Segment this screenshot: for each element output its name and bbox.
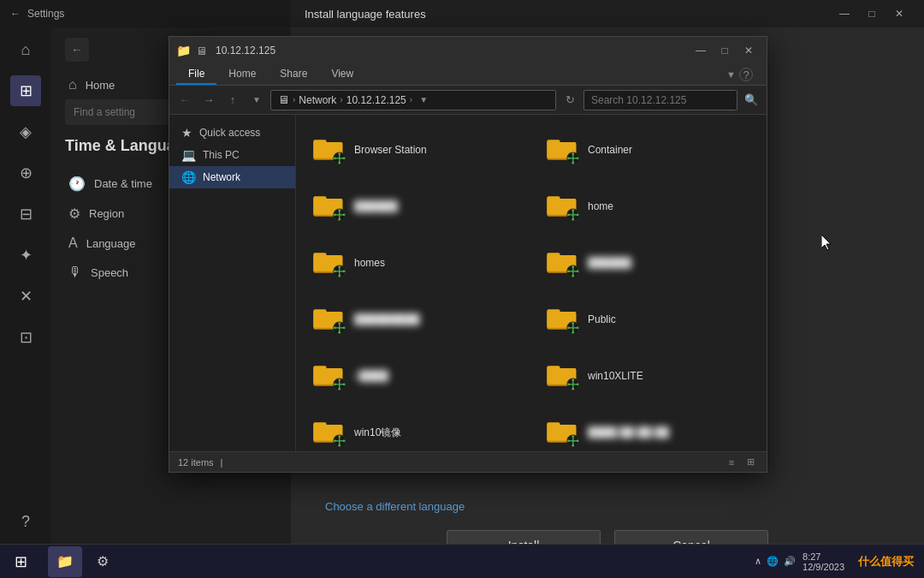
sidebar-widget-icon[interactable]: ⊞ <box>10 75 41 106</box>
lang-choose-different-link[interactable]: Choose a different language <box>325 500 890 513</box>
folder-icon-blurred3 <box>313 305 347 334</box>
addr-search-button[interactable]: 🔍 <box>741 90 761 110</box>
ribbon-tab-home[interactable]: Home <box>216 64 268 85</box>
file-item-win10xlite[interactable]: win10XLITE <box>540 349 756 402</box>
sidebar-grid-icon[interactable]: ⊟ <box>10 199 41 229</box>
sidebar-cross-icon[interactable]: ✕ <box>10 281 41 312</box>
settings-title: Settings <box>27 8 64 20</box>
ribbon-expand-icon[interactable]: ▼ <box>726 69 736 80</box>
svg-point-67 <box>338 331 341 334</box>
explorer-addressbar: ← → ↑ ▼ 🖥 › Network › 10.12.12.125 › ▼ ↻… <box>169 86 767 115</box>
file-item-home[interactable]: home <box>540 180 756 233</box>
file-item-blurred4[interactable]: v████ <box>306 349 523 402</box>
file-name-container: Container <box>588 144 632 156</box>
sidebar-home-icon[interactable]: ⌂ <box>10 34 41 65</box>
taskbar-right: ∧ 🌐 🔊 8:27 12/9/2023 什么值得买 <box>755 551 924 572</box>
lang-dialog-close[interactable]: ✕ <box>888 3 910 25</box>
start-button[interactable]: ⊞ <box>0 545 41 579</box>
svg-point-107 <box>338 444 341 447</box>
svg-point-68 <box>334 327 336 330</box>
folder-icon-blurred2 <box>547 248 581 277</box>
svg-point-116 <box>572 435 574 438</box>
svg-point-108 <box>334 440 336 443</box>
taskbar-icons: 📁 ⚙ <box>41 546 127 577</box>
settings-back-button[interactable]: ← <box>65 38 89 62</box>
nav-quick-access[interactable]: ★ Quick access <box>169 122 295 144</box>
file-item-browser-station[interactable]: Browser Station <box>306 123 523 176</box>
svg-point-66 <box>338 322 341 325</box>
addr-back-button[interactable]: ← <box>175 90 195 110</box>
file-item-blurred5[interactable]: ████ ██ ██ ██ <box>540 406 756 451</box>
status-view-grid[interactable]: ⊞ <box>743 455 758 470</box>
file-name-blurred1: ██████ <box>354 200 398 212</box>
svg-point-79 <box>577 327 579 330</box>
file-item-container[interactable]: Container <box>540 123 756 176</box>
svg-point-37 <box>572 218 574 221</box>
ribbon-help-icon[interactable]: ? <box>739 68 753 81</box>
nav-network[interactable]: 🌐 Network <box>169 166 295 188</box>
lang-dialog-maximize[interactable]: □ <box>861 3 883 25</box>
explorer-close[interactable]: ✕ <box>737 39 760 62</box>
explorer-folder-icon: 📁 <box>176 44 191 57</box>
sidebar-help-icon[interactable]: ? <box>10 506 41 537</box>
ribbon-tab-share[interactable]: Share <box>268 64 319 85</box>
svg-point-98 <box>567 384 570 386</box>
settings-sidebar: ⌂ ⊞ ◈ ⊕ ⊟ ✦ ✕ ⊡ ? <box>0 27 51 544</box>
svg-point-39 <box>577 214 579 217</box>
svg-point-99 <box>577 384 579 386</box>
explorer-maximize[interactable]: □ <box>714 39 736 62</box>
status-view-list[interactable]: ≡ <box>724 455 739 470</box>
svg-point-56 <box>572 265 574 268</box>
addr-recent-button[interactable]: ▼ <box>246 90 267 110</box>
svg-point-58 <box>567 271 570 273</box>
folder-icon-blurred1 <box>313 192 347 221</box>
svg-point-19 <box>577 158 579 160</box>
file-item-homes[interactable]: homes <box>306 236 523 289</box>
sidebar-adjust-icon[interactable]: ⊕ <box>10 158 41 188</box>
ribbon-tab-view[interactable]: View <box>319 64 365 85</box>
sidebar-bracket-icon[interactable]: ⊡ <box>10 322 41 353</box>
svg-point-118 <box>567 440 570 443</box>
addr-forward-button[interactable]: → <box>198 90 219 110</box>
region-icon: ⚙ <box>68 206 80 222</box>
svg-point-77 <box>572 331 574 334</box>
svg-point-117 <box>572 444 574 447</box>
file-item-blurred2[interactable]: ██████ <box>540 236 756 289</box>
file-item-blurred1[interactable]: ██████ <box>306 180 523 233</box>
taskbar-explorer-icon[interactable]: 📁 <box>48 546 82 577</box>
file-item-blurred3[interactable]: █████████ <box>306 293 523 346</box>
file-item-public[interactable]: Public <box>540 293 756 346</box>
sidebar-apps-icon[interactable]: ◈ <box>10 116 41 147</box>
svg-point-18 <box>567 158 570 160</box>
file-name-blurred5: ████ ██ ██ ██ <box>588 426 669 438</box>
addr-dropdown-icon[interactable]: ▼ <box>419 95 428 104</box>
file-item-win10-image[interactable]: win10镜像 <box>306 406 523 451</box>
sidebar-star-icon[interactable]: ✦ <box>10 240 41 271</box>
lang-dialog-minimize[interactable]: — <box>833 3 856 25</box>
svg-point-59 <box>577 271 579 273</box>
file-name-blurred2: ██████ <box>588 257 631 269</box>
taskbar-time: 8:27 <box>803 551 844 562</box>
explorer-ribbon: File Home Share View ▼ ? <box>169 64 767 86</box>
addr-search-input[interactable] <box>583 90 737 110</box>
svg-point-47 <box>338 275 341 277</box>
addr-refresh-button[interactable]: ↻ <box>560 90 580 110</box>
explorer-minimize[interactable]: — <box>690 39 712 62</box>
folder-icon-blurred5 <box>547 418 581 447</box>
addr-up-button[interactable]: ↑ <box>222 90 243 110</box>
folder-icon-win10-image <box>313 418 347 447</box>
address-bar[interactable]: 🖥 › Network › 10.12.12.125 › ▼ <box>270 90 556 110</box>
folder-icon-home <box>547 192 581 221</box>
nav-this-pc[interactable]: 💻 This PC <box>169 144 295 166</box>
settings-back-icon[interactable]: ← <box>10 8 21 20</box>
svg-point-89 <box>343 384 346 386</box>
svg-point-69 <box>343 327 346 330</box>
svg-point-6 <box>338 152 341 155</box>
explorer-title-monitor: 🖥 <box>196 45 207 57</box>
this-pc-icon: 💻 <box>181 148 196 162</box>
ribbon-tab-file[interactable]: File <box>176 64 216 85</box>
taskbar-settings-icon[interactable]: ⚙ <box>86 546 120 577</box>
taskbar-tray-arrow[interactable]: ∧ <box>755 556 761 567</box>
svg-point-17 <box>572 162 574 164</box>
addr-separator3: › <box>410 95 412 104</box>
